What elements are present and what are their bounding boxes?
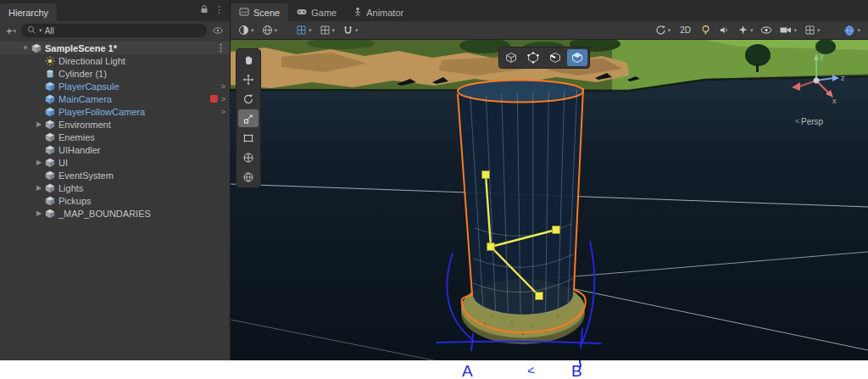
vertex-handle[interactable] [487, 243, 495, 251]
unity-editor-window: Hierarchy ⋮ +▾ ▾ All ▼SampleScene 1*⋮Dir… [0, 0, 868, 379]
hierarchy-item-pickups[interactable]: Pickups [0, 194, 230, 207]
prefab-open-arrow-icon[interactable]: > [221, 108, 225, 116]
draw-mode-button[interactable]: ▾ [236, 23, 257, 38]
hierarchy-item-label: Cylinder (1) [58, 69, 107, 79]
face-mode-button[interactable] [567, 49, 587, 66]
projection-label[interactable]: Persp [801, 117, 824, 126]
hierarchy-item-label: Directional Light [58, 56, 125, 66]
hierarchy-panel: Hierarchy ⋮ +▾ ▾ All ▼SampleScene 1*⋮Dir… [0, 0, 231, 360]
camera-settings-button[interactable]: ▾ [777, 23, 799, 38]
move-tool-button[interactable] [238, 70, 259, 88]
snap-increment-button[interactable]: ▾ [340, 23, 361, 38]
chevron-down-icon: ▾ [332, 27, 336, 34]
scene-globe-button[interactable]: ▾ [259, 23, 281, 38]
expand-arrow-icon[interactable]: ▶ [34, 159, 44, 166]
rect-tool-button[interactable] [238, 129, 259, 147]
hierarchy-item-label: PlayerFollowCamera [58, 107, 145, 117]
prefab-open-arrow-icon[interactable]: > [221, 82, 225, 91]
scene-canvas[interactable]: y z x < Persp [231, 40, 868, 360]
scene-panel: Scene Game Animator ▾ ▾ ▾ ▾ ▾ ▾ 2D ▾ [231, 0, 868, 360]
scale-tool-button[interactable] [238, 109, 259, 127]
game-tab-icon [297, 8, 307, 18]
prefab-open-arrow-icon[interactable]: > [221, 95, 225, 103]
hierarchy-item-label: PlayerCapsule [58, 81, 120, 92]
hierarchy-item-label: Pickups [58, 196, 92, 206]
gameobject-icon [44, 132, 55, 142]
vertex-handle[interactable] [536, 293, 543, 300]
axis-z-label: z [841, 74, 845, 82]
search-filter-text: All [45, 26, 54, 36]
hierarchy-item-playerfollowcamera[interactable]: PlayerFollowCamera> [0, 105, 230, 118]
object-mode-button[interactable] [501, 49, 521, 66]
mode-2d-toggle[interactable]: 2D [676, 23, 695, 38]
gameobject-icon [44, 209, 55, 219]
scene-visibility-toggle[interactable] [758, 23, 775, 38]
scene-audio-toggle[interactable] [716, 23, 732, 38]
hierarchy-search-input[interactable]: ▾ All [21, 24, 207, 37]
panel-menu-icon[interactable]: ⋮ [214, 4, 224, 15]
tab-hierarchy[interactable]: Hierarchy [0, 3, 57, 21]
gizmos-globe-button[interactable]: ▾ [841, 23, 863, 38]
hierarchy-item-environment[interactable]: ▶Environment [0, 118, 230, 131]
expand-arrow-icon[interactable]: ▶ [34, 209, 44, 217]
projection-toggle-icon[interactable]: < [795, 117, 799, 125]
hierarchy-item-cylinder-1-[interactable]: Cylinder (1) [0, 67, 230, 80]
expand-arrow-icon[interactable]: ▼ [20, 44, 31, 52]
chevron-down-icon: ▾ [668, 27, 671, 34]
camera-rotate-button[interactable]: ▾ [653, 23, 674, 38]
transform-tool-button[interactable] [238, 148, 259, 166]
add-object-button[interactable]: +▾ [4, 25, 18, 36]
lock-icon[interactable] [200, 2, 209, 17]
view-tool-button[interactable] [238, 51, 259, 69]
annotation-letter-chevron: < [526, 363, 537, 378]
gameobject-icon [44, 196, 55, 206]
hierarchy-item-playercapsule[interactable]: PlayerCapsule> [0, 80, 230, 92]
tab-game[interactable]: Game [288, 3, 345, 21]
scene-visibility-gutter-icon[interactable] [210, 24, 225, 37]
grid-visual-button[interactable]: ▾ [293, 23, 314, 38]
gameobject-icon [44, 145, 55, 155]
hierarchy-item-label: EventSystem [58, 170, 114, 181]
chevron-down-icon: ▾ [39, 27, 42, 34]
gameobject-icon [44, 158, 55, 168]
tab-label: Game [311, 8, 337, 18]
hierarchy-item-lights[interactable]: ▶Lights [0, 181, 230, 194]
hierarchy-item-maincamera[interactable]: MainCamera> [0, 92, 230, 105]
hierarchy-item-samplescene-1-[interactable]: ▼SampleScene 1*⋮ [0, 42, 230, 54]
expand-arrow-icon[interactable]: ▶ [34, 184, 44, 192]
tab-animator[interactable]: Animator [345, 3, 412, 21]
plus-icon: + [6, 25, 13, 36]
hierarchy-item-uihandler[interactable]: UIHandler [0, 143, 230, 156]
selected-cylinder[interactable] [458, 81, 586, 345]
vertex-mode-button[interactable] [523, 49, 543, 66]
cylinder-icon [44, 69, 55, 79]
scene-viewport[interactable]: y z x < Persp [231, 40, 868, 360]
effects-toggle-button[interactable]: ▾ [735, 23, 756, 38]
hierarchy-item-directional-light[interactable]: Directional Light [0, 54, 230, 67]
chevron-down-icon: ▾ [14, 28, 17, 34]
expand-arrow-icon[interactable]: ▶ [34, 120, 44, 128]
hierarchy-item-enemies[interactable]: Enemies [0, 131, 230, 143]
edge-mode-button[interactable] [545, 49, 565, 66]
tab-scene[interactable]: Scene [231, 3, 288, 21]
scene-menu-icon[interactable]: ⋮ [216, 42, 225, 53]
hierarchy-item-label: Lights [58, 183, 83, 193]
vertex-handle[interactable] [482, 171, 490, 179]
annotation-letter-b: B [571, 362, 582, 379]
rotate-tool-button[interactable] [238, 90, 259, 108]
hierarchy-item-ui[interactable]: ▶UI [0, 156, 230, 169]
gameobject-icon [44, 170, 55, 181]
annotation-strip: A < B [0, 360, 868, 379]
chevron-down-icon: ▾ [251, 27, 254, 34]
scene-tabbar: Scene Game Animator [231, 0, 868, 21]
scene-lighting-toggle[interactable] [698, 23, 714, 38]
chevron-down-icon: ▾ [750, 27, 754, 34]
hierarchy-item-eventsystem[interactable]: EventSystem [0, 169, 230, 181]
grid-settings-button[interactable]: ▾ [802, 23, 823, 38]
hierarchy-tab-label: Hierarchy [8, 8, 48, 18]
prefab-icon [44, 81, 55, 92]
snap-grid-button[interactable]: ▾ [317, 23, 338, 38]
hierarchy-item--map-boundaries[interactable]: ▶_MAP_BOUNDARIES [0, 207, 230, 220]
vertex-handle[interactable] [553, 226, 560, 234]
custom-tool-button[interactable] [238, 168, 259, 186]
